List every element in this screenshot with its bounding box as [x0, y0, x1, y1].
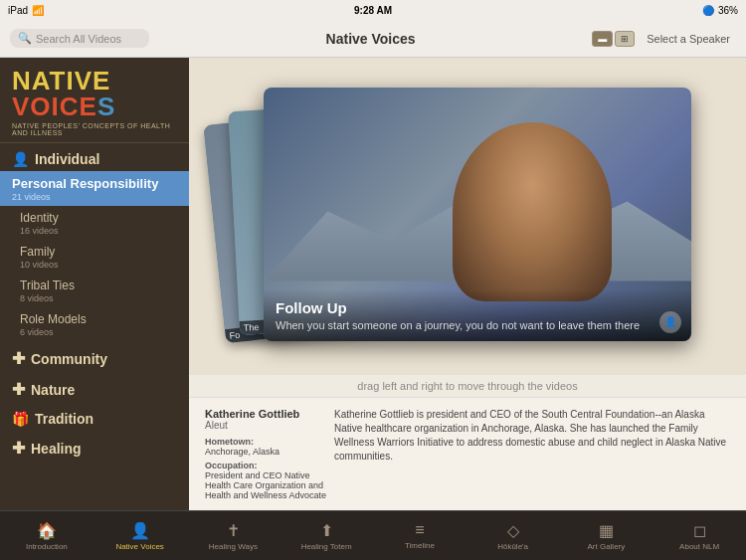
sidebar-item-tribal-ties[interactable]: Tribal Ties 8 videos [0, 274, 189, 307]
speaker-info-section: Katherine Gottlieb Aleut Hometown: Ancho… [189, 397, 746, 510]
nav-bar: 🔍 Search All Videos Native Voices ▬ ⊞ Se… [0, 20, 746, 58]
video-stack: Fo The Follow Up When y [244, 88, 691, 346]
list-view-button[interactable]: ▬ [592, 31, 613, 47]
speaker-name: Katherine Gottlieb [205, 408, 334, 420]
sidebar: NATIVE VOICES NATIVE PEOPLES' CONCEPTS O… [0, 58, 189, 510]
item-name: Family [20, 245, 177, 259]
sidebar-section-tradition[interactable]: 🎁 Tradition [0, 403, 189, 431]
sidebar-section-community[interactable]: ✚ Community [0, 341, 189, 372]
speaker-tribe: Aleut [205, 420, 334, 431]
item-name: Role Models [20, 312, 177, 326]
tab-healing-ways-label: Healing Ways [209, 542, 258, 551]
sidebar-item-role-models[interactable]: Role Models 6 videos [0, 307, 189, 341]
tab-art-gallery[interactable]: ▦ Art Gallery [560, 521, 653, 551]
item-name: Identity [20, 211, 177, 225]
healing-expand-icon: ✚ [12, 439, 25, 458]
battery-label: 36% [718, 5, 738, 16]
video-avatar-icon: 👤 [659, 311, 681, 333]
video-main-card[interactable]: Follow Up When you start someone on a jo… [264, 88, 691, 341]
item-count: 6 videos [20, 327, 177, 337]
video-subtitle: When you start someone on a journey, you… [276, 319, 679, 331]
item-name: Tribal Ties [20, 279, 177, 292]
bluetooth-icon: 🔵 [702, 5, 714, 16]
community-expand-icon: ✚ [12, 349, 25, 368]
tab-hokule-a[interactable]: ◇ Hōkūle'a [466, 521, 560, 551]
main-layout: NATIVE VOICES NATIVE PEOPLES' CONCEPTS O… [0, 58, 746, 510]
item-count: 8 videos [20, 293, 177, 303]
tab-art-gallery-label: Art Gallery [587, 542, 625, 551]
sidebar-item-personal-responsibility[interactable]: Personal Responsibility 21 videos [0, 171, 189, 206]
grid-view-button[interactable]: ⊞ [615, 31, 635, 47]
sidebar-item-identity[interactable]: Identity 16 videos [0, 206, 189, 240]
tab-introduction-icon: 🏠 [37, 521, 57, 540]
item-count: 10 videos [20, 260, 177, 270]
status-left: iPad 📶 [8, 5, 44, 16]
speaker-info-left: Katherine Gottlieb Aleut Hometown: Ancho… [205, 408, 334, 500]
tab-healing-ways-icon: ✝ [227, 521, 240, 540]
wifi-icon: 📶 [32, 5, 44, 16]
logo-text: NATIVE VOICES [12, 68, 177, 119]
tab-art-gallery-icon: ▦ [599, 521, 614, 540]
tab-healing-totem-label: Healing Totem [301, 542, 352, 551]
item-count: 16 videos [20, 226, 177, 236]
search-icon: 🔍 [18, 32, 32, 45]
healing-label: Healing [31, 441, 82, 457]
tab-introduction[interactable]: 🏠 Introduction [0, 521, 93, 551]
select-speaker-button[interactable]: Select a Speaker [641, 31, 736, 47]
video-overlay: Follow Up When you start someone on a jo… [264, 289, 691, 341]
speaker-bio: Katherine Gottlieb is president and CEO … [334, 408, 730, 500]
tab-hokule-a-label: Hōkūle'a [497, 542, 528, 551]
status-right: 🔵 36% [702, 5, 738, 16]
tab-native-voices-icon: 👤 [130, 521, 150, 540]
tab-timeline-icon: ≡ [415, 521, 424, 539]
search-bar[interactable]: 🔍 Search All Videos [10, 29, 149, 48]
content-area: Fo The Follow Up When y [189, 58, 746, 510]
tab-about-nlm-label: About NLM [679, 542, 719, 551]
sidebar-item-family[interactable]: Family 10 videos [0, 240, 189, 274]
tab-about-nlm-icon: ◻ [693, 521, 706, 540]
tab-healing-totem-icon: ⬆ [320, 521, 333, 540]
hometown-label: Hometown: [205, 437, 334, 447]
tab-timeline[interactable]: ≡ Timeline [373, 521, 466, 550]
sidebar-section-healing[interactable]: ✚ Healing [0, 431, 189, 462]
hometown-value: Anchorage, Alaska [205, 447, 334, 457]
device-label: iPad [8, 5, 28, 16]
community-label: Community [31, 351, 107, 367]
tab-bar: 🏠 Introduction 👤 Native Voices ✝ Healing… [0, 510, 746, 560]
sidebar-section-individual[interactable]: 👤 Individual [0, 143, 189, 171]
tab-introduction-label: Introduction [26, 542, 68, 551]
occupation-value: President and CEO Native Health Care Org… [205, 470, 334, 500]
nav-right: ▬ ⊞ Select a Speaker [592, 31, 736, 47]
person-silhouette [453, 122, 612, 301]
tab-hokule-a-icon: ◇ [507, 521, 519, 540]
tab-native-voices[interactable]: 👤 Native Voices [93, 521, 187, 551]
drag-hint: drag left and right to move through the … [189, 375, 746, 397]
video-title: Follow Up [276, 299, 679, 316]
face-visual [453, 122, 612, 301]
logo-subtitle: NATIVE PEOPLES' CONCEPTS OF HEALTH AND I… [12, 122, 177, 136]
individual-icon: 👤 [12, 151, 29, 167]
tradition-icon: 🎁 [12, 411, 29, 427]
item-name: Personal Responsibility [12, 176, 177, 191]
tab-timeline-label: Timeline [405, 541, 435, 550]
nature-label: Nature [31, 382, 75, 398]
nature-expand-icon: ✚ [12, 380, 25, 399]
tab-healing-ways[interactable]: ✝ Healing Ways [187, 521, 280, 551]
nav-title: Native Voices [326, 31, 416, 47]
tab-healing-totem[interactable]: ⬆ Healing Totem [280, 521, 373, 551]
logo-voices: VOICES [12, 92, 115, 121]
tab-about-nlm[interactable]: ◻ About NLM [653, 521, 746, 551]
tab-native-voices-label: Native Voices [115, 542, 163, 551]
item-count: 21 videos [12, 192, 177, 202]
search-placeholder: Search All Videos [36, 33, 121, 45]
video-carousel[interactable]: Fo The Follow Up When y [189, 58, 746, 375]
status-bar: iPad 📶 9:28 AM 🔵 36% [0, 0, 746, 20]
occupation-label: Occupation: [205, 461, 334, 470]
status-time: 9:28 AM [354, 5, 392, 16]
tradition-label: Tradition [35, 411, 93, 427]
individual-label: Individual [35, 151, 99, 167]
view-toggle[interactable]: ▬ ⊞ [592, 31, 635, 47]
sidebar-logo: NATIVE VOICES NATIVE PEOPLES' CONCEPTS O… [0, 58, 189, 143]
sidebar-section-nature[interactable]: ✚ Nature [0, 372, 189, 403]
